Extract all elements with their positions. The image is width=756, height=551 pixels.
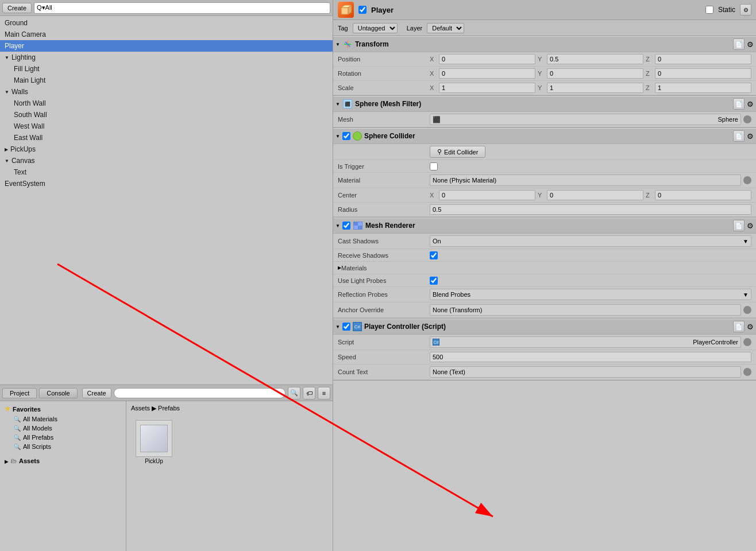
inspector-settings-btn[interactable]: ⚙ — [740, 4, 751, 15]
tag-label: Tag — [338, 25, 348, 32]
mesh-renderer-enabled[interactable] — [342, 222, 350, 230]
mesh-filter-page-icon[interactable]: 📄 — [733, 98, 745, 110]
eventsystem-label: EventSystem — [5, 180, 45, 188]
hierarchy-item-lighting[interactable]: Lighting — [0, 52, 333, 63]
center-y-input[interactable] — [547, 190, 643, 200]
transform-gear-icon[interactable]: ⚙ — [747, 40, 754, 49]
hierarchy-item-ground[interactable]: Ground — [0, 17, 333, 29]
sphere-collider-gear-icon[interactable]: ⚙ — [747, 132, 754, 141]
radius-input[interactable] — [430, 204, 751, 215]
hierarchy-item-text[interactable]: Text — [0, 166, 333, 178]
center-z-input[interactable] — [655, 190, 751, 200]
static-checkbox[interactable] — [705, 6, 713, 14]
script-dot-btn[interactable] — [743, 338, 751, 346]
hierarchy-item-pickups[interactable]: PickUps — [0, 143, 333, 155]
reflection-probes-dropdown[interactable]: Blend Probes ▼ — [430, 289, 751, 300]
hierarchy-item-north-wall[interactable]: North Wall — [0, 98, 333, 109]
cast-shadows-dropdown[interactable]: On ▼ — [430, 235, 751, 247]
position-row: Position X Y Z — [333, 52, 756, 67]
transform-page-icon[interactable]: 📄 — [733, 38, 745, 50]
main-light-label: Main Light — [14, 76, 45, 84]
is-trigger-checkbox[interactable] — [430, 162, 438, 170]
anchor-override-dot-btn[interactable] — [743, 306, 751, 314]
pos-x-input[interactable] — [439, 54, 535, 64]
edit-collider-row: ⚲ Edit Collider — [333, 144, 756, 160]
project-more-btn[interactable]: ≡ — [318, 387, 330, 399]
hierarchy-item-walls[interactable]: Walls — [0, 86, 333, 98]
project-tag-btn[interactable]: 🏷 — [303, 387, 315, 399]
mesh-dot-btn[interactable] — [743, 115, 751, 123]
sphere-collider-enabled[interactable] — [342, 132, 350, 140]
project-item-all-models[interactable]: 🔍 All Models — [2, 424, 124, 433]
all-prefabs-label: All Prefabs — [23, 434, 53, 441]
rot-y-input[interactable] — [547, 68, 643, 79]
hierarchy-item-player[interactable]: Player — [0, 40, 333, 52]
player-controller-gear-icon[interactable]: ⚙ — [747, 323, 754, 331]
component-player-controller: C# Player Controller (Script) 📄 ⚙ Script… — [333, 319, 756, 381]
scale-x-input[interactable] — [439, 83, 535, 93]
hierarchy-item-canvas[interactable]: Canvas — [0, 155, 333, 166]
player-controller-header[interactable]: C# Player Controller (Script) 📄 ⚙ — [333, 319, 756, 335]
mesh-renderer-page-icon[interactable]: 📄 — [733, 220, 745, 231]
project-item-all-prefabs[interactable]: 🔍 All Prefabs — [2, 433, 124, 442]
scale-y-input[interactable] — [547, 83, 643, 93]
center-z-label: Z — [646, 192, 653, 199]
hierarchy-item-south-wall[interactable]: South Wall — [0, 109, 333, 121]
pickup-thumbnail — [136, 420, 172, 457]
rot-z-input[interactable] — [655, 68, 751, 79]
breadcrumb-text: Assets ▶ Prefabs — [131, 405, 180, 412]
count-text-row: Count Text None (Text) — [333, 364, 756, 380]
edit-collider-label: Edit Collider — [444, 149, 478, 156]
hierarchy-item-west-wall[interactable]: West Wall — [0, 121, 333, 132]
use-light-probes-checkbox[interactable] — [430, 277, 438, 285]
tag-select[interactable]: Untagged — [353, 23, 398, 33]
create-button[interactable]: Create — [2, 3, 32, 13]
layer-select[interactable]: Default — [427, 23, 464, 33]
tab-console[interactable]: Console — [39, 388, 77, 398]
transform-expand-icon — [335, 42, 340, 47]
count-text-dot-btn[interactable] — [743, 368, 751, 376]
hierarchy-item-eventsystem[interactable]: EventSystem — [0, 178, 333, 189]
speed-input[interactable] — [430, 352, 751, 362]
mesh-renderer-gear-icon[interactable]: ⚙ — [747, 222, 754, 230]
hierarchy-item-main-light[interactable]: Main Light — [0, 75, 333, 86]
material-dropdown[interactable]: None (Physic Material) — [430, 174, 741, 186]
reflection-probes-row: Reflection Probes Blend Probes ▼ — [333, 287, 756, 302]
sphere-collider-header[interactable]: Sphere Collider 📄 ⚙ — [333, 128, 756, 144]
sphere-collider-icon — [353, 131, 362, 141]
project-search-icon-btn[interactable]: 🔍 — [288, 387, 300, 399]
anchor-override-dropdown[interactable]: None (Transform) — [430, 304, 741, 316]
asset-item-pickup[interactable]: PickUp — [131, 420, 177, 464]
receive-shadows-checkbox[interactable] — [430, 251, 438, 259]
sphere-collider-page-icon[interactable]: 📄 — [733, 130, 745, 142]
project-item-all-scripts[interactable]: 🔍 All Scripts — [2, 442, 124, 451]
tab-project[interactable]: Project — [2, 388, 37, 398]
mesh-renderer-header[interactable]: Mesh Renderer 📄 ⚙ — [333, 218, 756, 234]
center-x-input[interactable] — [439, 190, 535, 200]
transform-header[interactable]: Transform 📄 ⚙ — [333, 36, 756, 52]
edit-collider-button[interactable]: ⚲ Edit Collider — [430, 146, 485, 158]
project-create-button[interactable]: Create — [82, 388, 111, 398]
player-controller-page-icon[interactable]: 📄 — [733, 321, 745, 332]
project-item-all-materials[interactable]: 🔍 All Materials — [2, 414, 124, 424]
pos-y-input[interactable] — [547, 54, 643, 64]
hierarchy-item-east-wall[interactable]: East Wall — [0, 132, 333, 143]
scale-z-input[interactable] — [655, 83, 751, 93]
hierarchy-item-main-camera[interactable]: Main Camera — [0, 29, 333, 40]
mesh-dropdown[interactable]: ⬛ Sphere — [430, 114, 741, 125]
hierarchy-search[interactable] — [34, 2, 330, 14]
material-dot-btn[interactable] — [743, 176, 751, 184]
mesh-filter-header[interactable]: ⬛ Sphere (Mesh Filter) 📄 ⚙ — [333, 96, 756, 112]
radius-label: Radius — [338, 206, 430, 213]
project-search-input[interactable] — [114, 388, 286, 398]
rot-x-input[interactable] — [439, 68, 535, 79]
player-controller-enabled[interactable] — [342, 323, 350, 331]
count-text-dropdown[interactable]: None (Text) — [430, 366, 741, 378]
mesh-filter-gear-icon[interactable]: ⚙ — [747, 100, 754, 108]
script-dropdown[interactable]: C# PlayerController — [430, 336, 741, 348]
active-checkbox[interactable] — [358, 6, 367, 14]
hierarchy-item-fill-light[interactable]: Fill Light — [0, 63, 333, 75]
pos-z-input[interactable] — [655, 54, 751, 64]
script-row: Script C# PlayerController — [333, 335, 756, 350]
main-camera-label: Main Camera — [5, 30, 46, 38]
